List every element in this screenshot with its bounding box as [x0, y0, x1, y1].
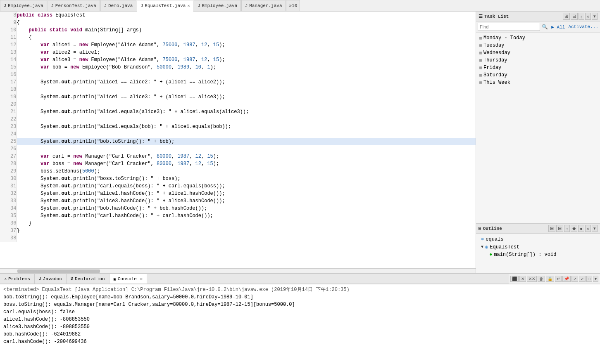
code-content[interactable]: public class EqualsTest — [17, 12, 476, 19]
outline-item-main_method[interactable]: ● main(String[]) : void — [476, 251, 600, 258]
console-maximize[interactable]: □ — [586, 276, 592, 282]
search-icon: 🔍 — [542, 24, 548, 30]
task-item-friday[interactable]: ▦Friday — [476, 64, 600, 71]
task-item-wednesday[interactable]: ▦Wednesday — [476, 49, 600, 57]
line-number: 25 — [0, 138, 17, 145]
code-content[interactable]: System.out.println("alice1 == alice3: " … — [17, 93, 476, 101]
outline-toolbar-icons: ⊞ ⊟ ↕ ◆ ● × ▾ — [548, 225, 598, 232]
code-content[interactable]: boss.setBonus(5000); — [17, 168, 476, 175]
code-content[interactable]: { — [17, 19, 476, 26]
tab-javadoc[interactable]: J Javadoc — [35, 274, 67, 284]
tab-manager[interactable]: J Manager.java — [241, 0, 286, 11]
code-content[interactable]: var boss = new Manager("Carl Cracker", 8… — [17, 160, 476, 168]
code-content[interactable]: var alice1 = new Employee("Alice Adams",… — [17, 41, 476, 49]
code-content[interactable]: var alice2 = alice1; — [17, 49, 476, 56]
outline-icon6[interactable]: × — [585, 225, 591, 232]
close-tab-equalstest[interactable]: ✕ — [187, 3, 190, 8]
collapse-chevron[interactable]: ▼ — [481, 245, 483, 249]
task-item-tuesday[interactable]: ▦Tuesday — [476, 42, 600, 49]
outline-icon5[interactable]: ● — [578, 225, 584, 232]
outline-item-equals[interactable]: ⊕ equals — [476, 235, 600, 243]
code-content[interactable]: System.out.println("alice1.equals(alice3… — [17, 108, 476, 116]
task-item-label: Thursday — [483, 57, 507, 63]
code-content[interactable]: System.out.println("alice1.hashCode(): "… — [17, 190, 476, 197]
code-row-32: 32 System.out.println("alice1.hashCode()… — [0, 190, 476, 197]
horizontal-scrollbar[interactable] — [0, 268, 476, 273]
console-terminate-btn[interactable]: ✕ — [519, 276, 526, 282]
code-content[interactable]: System.out.println("carl.equals(boss): "… — [17, 182, 476, 190]
tab-persontest[interactable]: J PersonTest.java — [48, 0, 100, 11]
tab-overflow[interactable]: »10 — [286, 0, 300, 11]
code-content[interactable]: System.out.println("bob.toString(): " + … — [17, 138, 476, 145]
tasklist-icon: ☰ — [479, 14, 483, 19]
line-number: 12 — [0, 41, 17, 49]
outline-panel: ⊞ Outline ⊞ ⊟ ↕ ◆ ● × ▾ ⊕ equals▼ ◉ Equa… — [476, 224, 600, 273]
console-remove-btn[interactable]: ✕✕ — [527, 276, 537, 282]
tab-declaration[interactable]: D Declaration — [67, 274, 110, 284]
code-content[interactable] — [17, 86, 476, 93]
code-content[interactable]: System.out.println("boss.toString(): " +… — [17, 175, 476, 182]
tab-console[interactable]: ▣ Console ✕ — [110, 274, 147, 284]
code-content[interactable] — [17, 101, 476, 108]
find-input[interactable] — [478, 23, 540, 31]
outline-icon2[interactable]: ⊟ — [556, 225, 563, 232]
tab-equalstest[interactable]: J EqualsTest.java ✕ — [137, 0, 193, 12]
console-icon1[interactable]: ↗ — [571, 276, 578, 282]
outline-icon4[interactable]: ◆ — [571, 225, 577, 232]
code-content[interactable]: public static void main(String[] args) — [17, 26, 476, 34]
console-scroll-lock[interactable]: 🔒 — [546, 276, 554, 282]
line-number: 38 — [0, 234, 17, 242]
outline-tree[interactable]: ⊕ equals▼ ◉ EqualsTest● main(String[]) :… — [476, 234, 600, 273]
task-list-icon1[interactable]: ⊞ — [563, 13, 570, 20]
code-content[interactable]: System.out.println("alice3.hashCode(): "… — [17, 197, 476, 205]
task-item-thursday[interactable]: ▦Thursday — [476, 57, 600, 64]
tab-demo[interactable]: J Demo.java — [100, 0, 136, 11]
task-item-this_week[interactable]: ▦This Week — [476, 79, 600, 86]
task-list-icon3[interactable]: ↕ — [579, 13, 584, 20]
outline-item-icon: ◉ — [485, 244, 488, 250]
console-icon3[interactable]: ▾ — [593, 276, 598, 282]
close-console-tab[interactable]: ✕ — [140, 277, 143, 281]
code-content[interactable]: { — [17, 34, 476, 41]
filter-all-button[interactable]: ▶ All — [550, 24, 567, 30]
task-item-saturday[interactable]: ▦Saturday — [476, 71, 600, 79]
console-icon2[interactable]: ↙ — [579, 276, 586, 282]
task-list-icon5[interactable]: ▾ — [592, 13, 598, 20]
console-pin[interactable]: 📌 — [562, 276, 571, 282]
code-content[interactable] — [17, 234, 476, 242]
code-content[interactable]: var carl = new Manager("Carl Cracker", 8… — [17, 153, 476, 160]
task-tree[interactable]: ▦Monday - Today▦Tuesday▦Wednesday▦Thursd… — [476, 33, 600, 223]
console-output[interactable]: <terminated> EqualsTest [Java Applicatio… — [0, 284, 600, 364]
code-content[interactable]: } — [17, 220, 476, 227]
task-list-icon4[interactable]: × — [585, 13, 591, 20]
code-content[interactable]: System.out.println("carl.hashCode(): " +… — [17, 212, 476, 220]
code-content[interactable]: System.out.println("bob.hashCode(): " + … — [17, 205, 476, 212]
code-row-12: 12 var alice1 = new Employee("Alice Adam… — [0, 41, 476, 49]
outline-icon7[interactable]: ▾ — [592, 225, 598, 232]
code-content[interactable]: System.out.println("alice1 == alice2: " … — [17, 78, 476, 86]
task-item-icon: ▦ — [479, 73, 482, 78]
code-content[interactable]: System.out.println("alice1.equals(bob): … — [17, 123, 476, 130]
task-item-monday[interactable]: ▦Monday - Today — [476, 34, 600, 42]
code-content[interactable]: var bob = new Employee("Bob Brandson", 5… — [17, 64, 476, 71]
outline-item-equalstest_class[interactable]: ▼ ◉ EqualsTest — [476, 243, 600, 251]
activate-button[interactable]: Activate... — [568, 24, 598, 29]
code-row-8: 8public class EqualsTest — [0, 12, 476, 19]
console-clear-btn[interactable]: 🗑 — [538, 276, 545, 282]
code-content[interactable] — [17, 71, 476, 78]
tab-employee1[interactable]: J Employee.java — [0, 0, 47, 11]
outline-icon1[interactable]: ⊞ — [548, 225, 555, 232]
code-scroll[interactable]: 8public class EqualsTest9{10 public stat… — [0, 12, 476, 268]
code-content[interactable]: var alice3 = new Employee("Alice Adams",… — [17, 56, 476, 64]
code-content[interactable]: } — [17, 227, 476, 234]
code-content[interactable] — [17, 116, 476, 123]
task-list-icon2[interactable]: ⊟ — [571, 13, 578, 20]
console-word-wrap[interactable]: ↵ — [555, 276, 562, 282]
console-stop-btn[interactable]: ⬛ — [510, 276, 519, 282]
code-content[interactable] — [17, 145, 476, 153]
outline-icon3[interactable]: ↕ — [564, 225, 570, 232]
code-content[interactable] — [17, 130, 476, 138]
scroll-thumb-horizontal[interactable] — [17, 269, 100, 273]
tab-problems[interactable]: ⚠ Problems — [0, 274, 35, 284]
tab-employee2[interactable]: J Employee.java — [194, 0, 241, 11]
